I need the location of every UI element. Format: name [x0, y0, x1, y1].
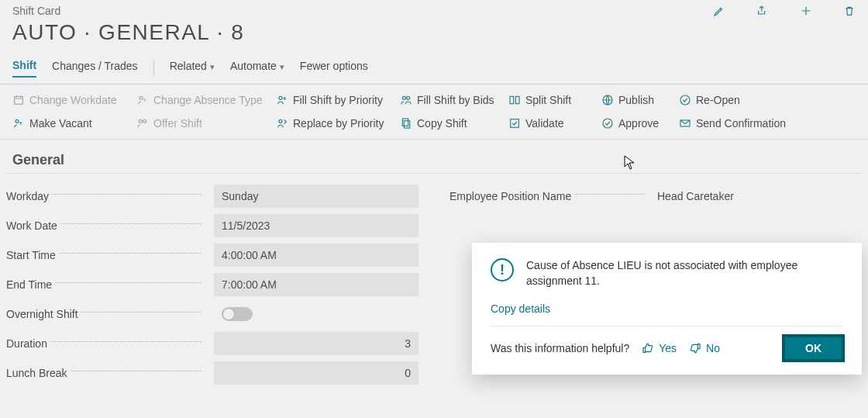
action-offer-shift[interactable]: Offer Shift: [136, 117, 276, 130]
svg-point-8: [680, 95, 690, 105]
field-employee-position-name: Head Caretaker: [657, 185, 862, 208]
svg-point-2: [279, 96, 282, 99]
field-lunch-break[interactable]: 0: [214, 361, 418, 385]
svg-point-1: [140, 96, 143, 99]
action-approve[interactable]: Approve: [601, 117, 679, 130]
feedback-no-label: No: [706, 342, 720, 354]
action-label: Fill Shift by Priority: [293, 94, 383, 106]
feedback-no[interactable]: No: [689, 342, 720, 354]
svg-rect-13: [402, 119, 408, 126]
action-change-absence-type[interactable]: Change Absence Type: [136, 94, 276, 106]
action-label: Approve: [618, 117, 659, 130]
action-fill-shift-bids[interactable]: Fill Shift by Bids: [400, 94, 508, 106]
action-label: Send Confirmation: [696, 117, 786, 130]
svg-point-11: [143, 119, 146, 123]
action-replace-by-priority[interactable]: Replace by Priority: [276, 117, 400, 130]
svg-point-4: [407, 96, 410, 99]
label-duration: Duration: [6, 337, 208, 350]
action-validate[interactable]: Validate: [508, 117, 601, 130]
dialog-message: Cause of Absence LIEU is not associated …: [526, 258, 843, 288]
svg-point-9: [16, 119, 19, 123]
action-copy-shift[interactable]: Copy Shift: [400, 117, 508, 130]
info-icon: !: [491, 258, 514, 282]
divider: [491, 326, 843, 326]
action-label: Change Workdate: [29, 94, 117, 106]
action-label: Copy Shift: [417, 117, 467, 130]
field-start-time[interactable]: 4:00:00 AM: [214, 244, 418, 267]
label-work-date: Work Date: [6, 219, 208, 232]
ok-button[interactable]: OK: [784, 336, 843, 361]
section-header-general: General: [6, 140, 862, 174]
chevron-down-icon: ▾: [210, 62, 215, 71]
svg-rect-0: [15, 96, 23, 104]
action-label: Replace by Priority: [293, 117, 384, 130]
tab-changes-trades[interactable]: Changes / Trades: [52, 60, 138, 77]
action-make-vacant[interactable]: Make Vacant: [12, 117, 136, 130]
action-label: Split Shift: [525, 94, 571, 106]
action-label: Make Vacant: [29, 117, 92, 130]
action-change-workdate[interactable]: Change Workdate: [12, 94, 136, 106]
action-publish[interactable]: Publish: [601, 94, 679, 106]
action-label: Fill Shift by Bids: [417, 94, 494, 106]
label-employee-position-name: Employee Position Name: [450, 190, 651, 202]
tab-fewer-options[interactable]: Fewer options: [300, 60, 368, 77]
edit-icon[interactable]: [713, 5, 725, 19]
action-label: Publish: [618, 94, 654, 106]
label-overnight-shift: Overnight Shift: [6, 308, 208, 320]
tab-related[interactable]: Related▾: [170, 60, 215, 77]
label-workday: Workday: [6, 190, 208, 202]
share-icon[interactable]: [756, 5, 769, 19]
label-lunch-break: Lunch Break: [6, 367, 208, 379]
chevron-down-icon: ▾: [280, 62, 284, 71]
action-label: Validate: [525, 117, 564, 130]
action-label: Re-Open: [696, 94, 740, 106]
action-reopen[interactable]: Re-Open: [679, 94, 787, 106]
svg-point-3: [402, 96, 405, 99]
action-send-confirmation[interactable]: Send Confirmation: [679, 117, 787, 130]
feedback-yes-label: Yes: [659, 342, 677, 354]
trash-icon[interactable]: [843, 5, 856, 19]
helpful-label: Was this information helpful?: [491, 342, 629, 354]
plus-icon[interactable]: [800, 5, 812, 19]
field-workday[interactable]: Sunday: [214, 185, 418, 208]
tab-shift[interactable]: Shift: [12, 59, 36, 78]
svg-rect-14: [404, 121, 409, 128]
tab-automate[interactable]: Automate▾: [230, 60, 284, 77]
page-title: AUTO · GENERAL · 8: [12, 20, 856, 45]
svg-point-16: [603, 119, 612, 128]
copy-details-link[interactable]: Copy details: [491, 302, 843, 315]
action-label: Offer Shift: [153, 117, 202, 130]
svg-point-10: [139, 119, 142, 123]
label-end-time: End Time: [6, 278, 208, 291]
field-overnight-shift[interactable]: [214, 302, 418, 326]
action-label: Change Absence Type: [153, 94, 263, 106]
field-end-time[interactable]: 7:00:00 AM: [214, 273, 418, 296]
separator: [153, 61, 154, 75]
action-fill-shift-priority[interactable]: Fill Shift by Priority: [276, 94, 400, 106]
field-work-date[interactable]: 11/5/2023: [214, 214, 418, 237]
feedback-yes[interactable]: Yes: [642, 342, 677, 354]
svg-rect-15: [511, 119, 519, 128]
svg-rect-6: [515, 96, 519, 103]
svg-point-12: [279, 119, 282, 123]
action-split-shift[interactable]: Split Shift: [508, 94, 601, 106]
svg-rect-5: [510, 96, 514, 103]
label-start-time: Start Time: [6, 249, 208, 261]
toggle-off-icon[interactable]: [222, 307, 253, 321]
error-dialog: ! Cause of Absence LIEU is not associate…: [472, 243, 862, 375]
field-duration[interactable]: 3: [214, 332, 418, 355]
